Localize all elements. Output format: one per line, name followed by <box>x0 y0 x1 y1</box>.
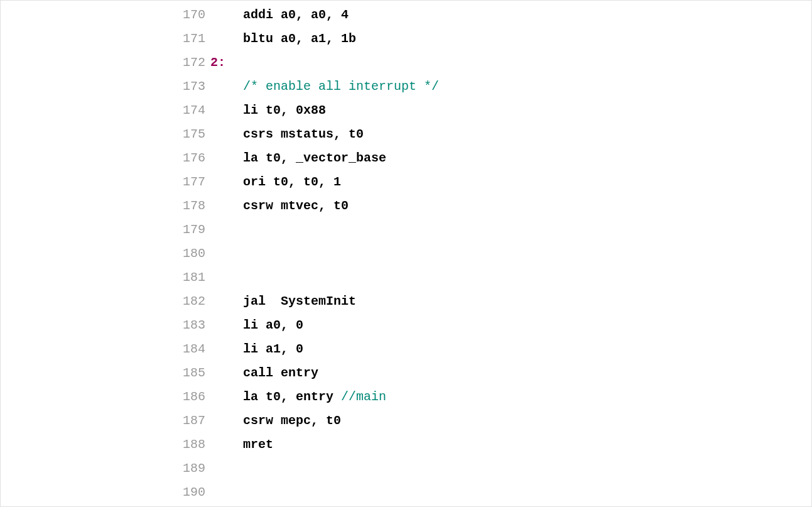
code-line[interactable]: addi a0, a0, 4 <box>210 3 811 27</box>
line-number: 183 <box>183 313 205 337</box>
line-number: 186 <box>183 385 205 409</box>
instruction: mret <box>243 437 273 452</box>
code-line[interactable] <box>210 242 811 266</box>
instruction: la t0, entry <box>243 390 341 404</box>
line-number: 187 <box>183 409 205 433</box>
instruction: la t0, _vector_base <box>243 151 386 165</box>
line-number: 178 <box>183 194 205 218</box>
instruction: csrw mepc, t0 <box>243 413 341 428</box>
code-line[interactable]: la t0, _vector_base <box>210 146 811 170</box>
code-line[interactable]: 2: <box>210 51 811 75</box>
instruction: bltu a0, a1, 1b <box>243 31 356 46</box>
instruction: li t0, 0x88 <box>243 103 326 117</box>
code-line[interactable]: csrw mepc, t0 <box>210 409 811 433</box>
code-line[interactable]: li a1, 0 <box>210 337 811 361</box>
assembly-label: 2: <box>210 55 225 70</box>
line-number: 174 <box>183 99 205 123</box>
instruction: ori t0, t0, 1 <box>243 175 341 189</box>
code-line[interactable] <box>210 481 811 504</box>
line-number: 185 <box>183 361 205 385</box>
line-number: 171 <box>183 27 205 51</box>
inline-comment: //main <box>341 390 386 404</box>
comment: /* enable all interrupt */ <box>243 79 439 94</box>
code-line[interactable]: csrw mtvec, t0 <box>210 194 811 218</box>
instruction: call entry <box>243 366 318 380</box>
code-line[interactable]: /* enable all interrupt */ <box>210 75 811 99</box>
code-line[interactable]: li a0, 0 <box>210 313 811 337</box>
code-line[interactable] <box>210 218 811 242</box>
line-number: 188 <box>183 433 205 457</box>
line-number: 184 <box>183 337 205 361</box>
code-line[interactable] <box>210 457 811 481</box>
code-content[interactable]: addi a0, a0, 4bltu a0, a1, 1b2:/* enable… <box>210 3 811 504</box>
code-line[interactable]: csrs mstatus, t0 <box>210 123 811 146</box>
line-number: 181 <box>183 266 205 290</box>
instruction: csrw mtvec, t0 <box>243 199 349 213</box>
line-number: 177 <box>183 170 205 194</box>
code-line[interactable] <box>210 266 811 290</box>
code-line[interactable]: ori t0, t0, 1 <box>210 170 811 194</box>
code-line[interactable]: bltu a0, a1, 1b <box>210 27 811 51</box>
line-number: 190 <box>183 481 205 504</box>
code-line[interactable]: la t0, entry //main <box>210 385 811 409</box>
line-number: 179 <box>183 218 205 242</box>
line-number: 173 <box>183 75 205 99</box>
code-line[interactable]: li t0, 0x88 <box>210 99 811 123</box>
line-number: 180 <box>183 242 205 266</box>
instruction: jal SystemInit <box>243 294 356 308</box>
instruction: csrs mstatus, t0 <box>243 127 364 141</box>
line-number: 176 <box>183 146 205 170</box>
line-number: 182 <box>183 290 205 313</box>
line-number: 170 <box>183 3 205 27</box>
code-line[interactable]: call entry <box>210 361 811 385</box>
code-line[interactable]: mret <box>210 433 811 457</box>
line-number: 175 <box>183 123 205 146</box>
line-number-gutter: 1701711721731741751761771781791801811821… <box>1 3 210 504</box>
line-number: 189 <box>183 457 205 481</box>
instruction: li a1, 0 <box>243 342 303 356</box>
line-number: 172 <box>183 51 205 75</box>
code-line[interactable]: jal SystemInit <box>210 290 811 313</box>
code-editor[interactable]: 1701711721731741751761771781791801811821… <box>1 1 811 504</box>
instruction: addi a0, a0, 4 <box>243 8 349 22</box>
instruction: li a0, 0 <box>243 318 303 332</box>
